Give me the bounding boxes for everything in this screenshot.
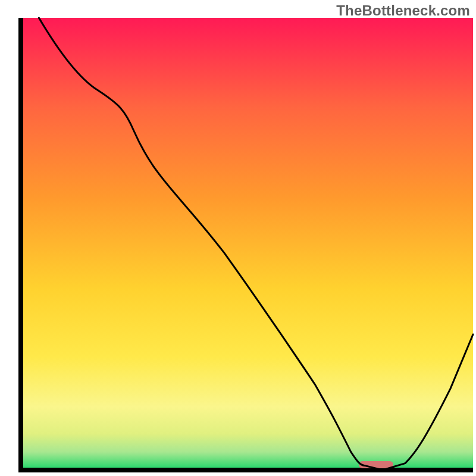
bottleneck-chart xyxy=(0,0,476,476)
chart-background-gradient xyxy=(21,18,473,470)
chart-container: { "watermark": "TheBottleneck.com", "cha… xyxy=(0,0,476,476)
